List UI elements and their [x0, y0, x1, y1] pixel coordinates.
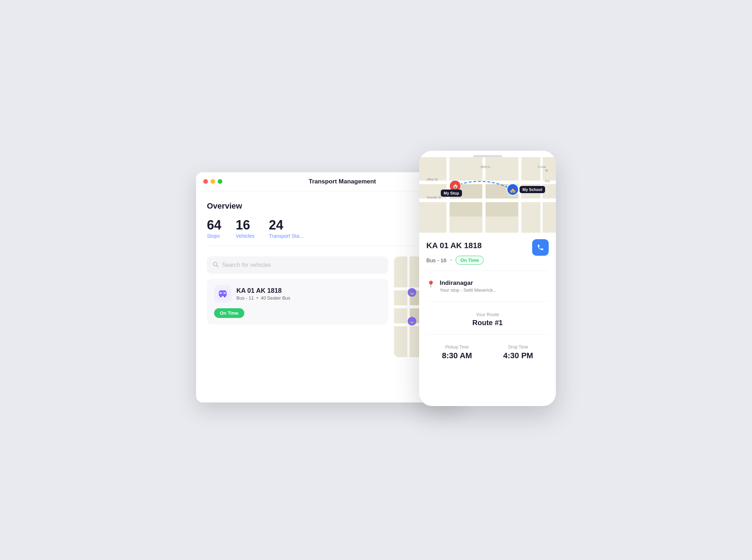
call-button[interactable]	[532, 239, 549, 256]
svg-text:🚌: 🚌	[409, 319, 414, 324]
svg-text:h Ave: h Ave	[538, 165, 546, 169]
divider-1	[426, 270, 549, 271]
pickup-block: Pickup Time 8:30 AM	[442, 345, 472, 360]
phone-map: 🏠 🏫 Ulloa St Vicente St 2Brd A h Ave PO …	[419, 157, 556, 233]
divider-3	[426, 334, 549, 334]
my-school-label: My School	[520, 186, 545, 193]
minimize-button[interactable]	[210, 179, 215, 184]
transport-label: Transport Sta...	[269, 233, 303, 239]
svg-text:Vicente St: Vicente St	[426, 196, 441, 199]
stop-sub: Your stop - Settl Maverick...	[440, 287, 497, 293]
drop-block: Drop Time 4:30 PM	[503, 345, 533, 360]
svg-rect-33	[450, 202, 482, 217]
svg-point-5	[224, 296, 225, 297]
time-row: Pickup Time 8:30 AM Drop Time 4:30 PM	[426, 339, 549, 363]
stops-label: Stops	[207, 233, 221, 239]
traffic-lights	[203, 179, 222, 184]
stop-info-row: 📍 Indiranagar Your stop - Settl Maverick…	[426, 275, 549, 297]
svg-text:PO: PO	[545, 179, 550, 183]
svg-text:2Brd A: 2Brd A	[480, 165, 490, 169]
route-number: Route #1	[426, 319, 549, 327]
bus-route-row: Bus - 16 • On Time	[426, 256, 549, 265]
svg-text:🏠: 🏠	[452, 183, 459, 189]
vehicle-card: KA 01 AK 1818 Bus - 11 • 40 Seater Bus O…	[207, 279, 388, 324]
maximize-button[interactable]	[218, 179, 222, 184]
on-time-badge-outline: On Time	[456, 256, 484, 265]
overview-title: Overview	[207, 201, 452, 211]
search-box[interactable]: Search for vehicles	[207, 256, 388, 274]
location-pin-icon: 📍	[426, 280, 435, 289]
stat-transport: 24 Transport Sta...	[269, 219, 303, 239]
dot-separator: •	[450, 257, 452, 263]
my-stop-label: My Stop	[441, 190, 462, 197]
phone-content: KA 01 AK 1818 Bus - 16 • On Time 📍 Indir…	[419, 233, 556, 406]
stat-stops: 64 Stops	[207, 219, 221, 239]
vehicle-meta: Bus - 11 • 40 Seater Bus	[236, 295, 290, 301]
phone-plate: KA 01 AK 1818	[426, 241, 482, 250]
svg-text:🏫: 🏫	[510, 187, 516, 193]
stop-details: Indiranagar Your stop - Settl Maverick..…	[440, 279, 497, 293]
on-time-badge: On Time	[214, 308, 244, 318]
svg-text:🚌: 🚌	[409, 290, 414, 295]
drop-label: Drop Time	[503, 345, 533, 350]
svg-line-1	[217, 265, 218, 267]
svg-rect-6	[219, 292, 222, 293]
main-area: Search for vehicles	[207, 256, 452, 357]
pickup-label: Pickup Time	[442, 345, 472, 350]
left-panel: Search for vehicles	[207, 256, 388, 357]
vehicles-count: 16	[236, 219, 254, 232]
divider-2	[426, 301, 549, 302]
svg-rect-7	[223, 292, 226, 293]
pickup-value: 8:30 AM	[442, 351, 472, 360]
vehicle-info: KA 01 AK 1818 Bus - 11 • 40 Seater Bus	[236, 287, 290, 301]
vehicles-label: Vehicles	[236, 233, 254, 239]
close-button[interactable]	[203, 179, 208, 184]
search-icon	[213, 261, 218, 269]
svg-point-4	[220, 296, 221, 297]
mobile-phone: 🏠 🏫 Ulloa St Vicente St 2Brd A h Ave PO …	[419, 151, 556, 406]
stops-count: 64	[207, 219, 221, 232]
transport-count: 24	[269, 219, 303, 232]
vehicle-plate: KA 01 AK 1818	[236, 287, 290, 295]
vehicle-card-header: KA 01 AK 1818 Bus - 11 • 40 Seater Bus	[214, 285, 381, 302]
bus-icon	[214, 285, 231, 302]
your-route-label: Your Route	[426, 312, 549, 317]
svg-text:Ulloa St: Ulloa St	[426, 178, 438, 181]
stats-row: 64 Stops 16 Vehicles 24 Transport Sta...	[207, 219, 452, 246]
route-section: Your Route Route #1	[426, 306, 549, 330]
drop-value: 4:30 PM	[503, 351, 533, 360]
stat-vehicles: 16 Vehicles	[236, 219, 254, 239]
svg-rect-34	[486, 202, 518, 217]
search-placeholder: Search for vehicles	[222, 262, 271, 268]
svg-rect-3	[219, 290, 226, 292]
stop-name: Indiranagar	[440, 279, 497, 287]
bus-route-text: Bus - 16	[426, 257, 447, 263]
svg-text:W: W	[545, 169, 548, 172]
